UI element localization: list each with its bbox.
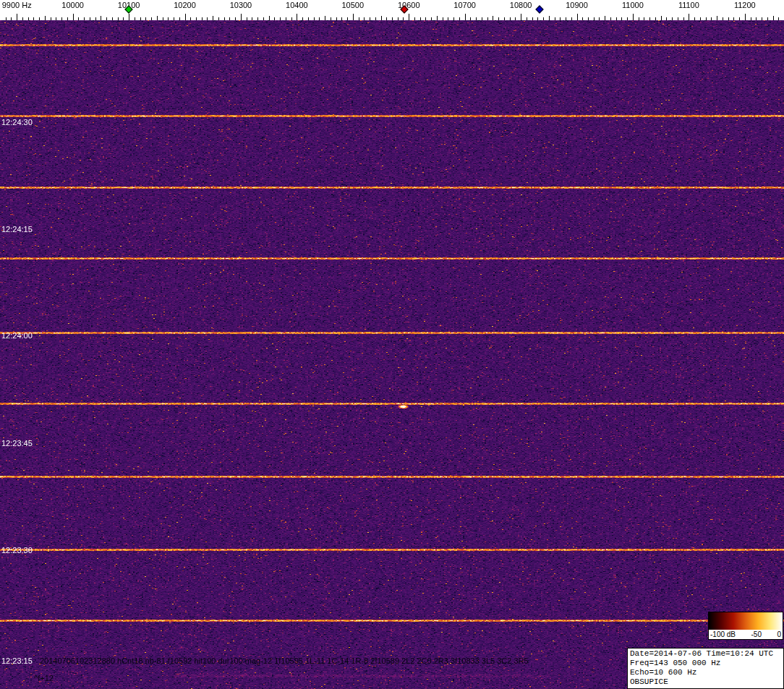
colorbar-gradient <box>709 612 783 630</box>
freq-tick-label: 10000 <box>61 1 84 9</box>
freq-tick-label: 10200 <box>174 1 196 9</box>
time-label: 12:24:30 <box>1 118 33 127</box>
info-box: Date=2014-07-06 Time=10:24 UTC Freq=143 … <box>627 648 784 689</box>
spectrogram-area: 12:24:3012:24:1512:24:0012:23:4512:23:30… <box>0 20 784 689</box>
freq-tick-label: 10800 <box>510 1 532 9</box>
freq-tick-label: 10900 <box>566 1 588 9</box>
freq-tick-label: 10500 <box>342 1 365 9</box>
meteor-spectrogram-app: 9900 Hz100001010010200103001040010500106… <box>0 0 784 689</box>
colorbar-max-label: 0 <box>777 630 781 639</box>
info-freq-line: Freq=143 050 000 Hz <box>630 659 781 668</box>
freq-tick-label: 11100 <box>678 1 699 9</box>
detection-status-line: 20140706102312880 hCnt18 nb-81 f10592 hi… <box>40 656 529 665</box>
freq-tick-label: 11200 <box>734 1 756 9</box>
colorbar-labels: -100 dB -50 0 <box>709 630 783 639</box>
colorbar-min-label: -100 dB <box>710 630 736 639</box>
spectrogram-canvas[interactable] <box>0 20 784 689</box>
freq-tick-label: 10400 <box>286 1 308 9</box>
time-label: 12:23:45 <box>1 439 33 448</box>
freq-tick-label: 10700 <box>453 1 476 9</box>
info-station-line: OBSUPICE <box>630 677 781 687</box>
colorbar-mid-label: -50 <box>751 630 762 639</box>
freq-tick-label: 10300 <box>230 1 252 9</box>
freq-shift-label: ^f+12 <box>34 674 54 682</box>
info-echo-line: Echo=10 600 Hz <box>630 668 781 677</box>
freq-tick-label: 9900 Hz <box>2 1 32 9</box>
time-label: 12:23:30 <box>1 546 33 555</box>
time-label: 12:24:00 <box>1 331 33 340</box>
frequency-ruler[interactable]: 9900 Hz100001010010200103001040010500106… <box>0 0 784 20</box>
time-label: 12:23:15 <box>1 656 33 665</box>
colorbar: -100 dB -50 0 <box>708 612 783 640</box>
info-date-line: Date=2014-07-06 Time=10:24 UTC <box>630 649 781 659</box>
freq-tick-label: 11000 <box>622 1 644 9</box>
time-label: 12:24:15 <box>1 225 33 234</box>
